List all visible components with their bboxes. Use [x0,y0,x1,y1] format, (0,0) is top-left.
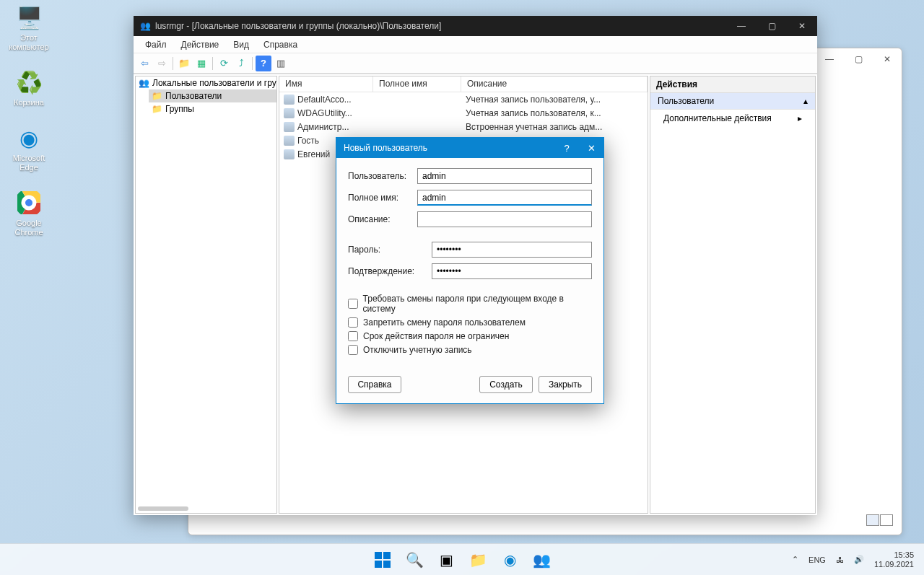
input-confirm[interactable] [432,263,592,279]
tree-users[interactable]: 📁Пользователи [149,89,276,102]
folder-icon: 📁 [152,104,162,114]
check-never-expires[interactable]: Срок действия пароля не ограничен [348,331,592,341]
desktop-icon-pc[interactable]: 🖥️Этоткомпьютер [0,3,58,52]
dialog-help-button[interactable]: ? [554,138,579,158]
dialog-title: Новый пользователь [344,143,427,153]
input-fullname[interactable] [417,190,592,206]
toolbar-extra[interactable]: ▥ [273,56,289,71]
tray-chevron-icon[interactable]: ⌃ [792,555,798,564]
check-require-change[interactable]: Требовать смены пароля при следующем вхо… [348,294,592,314]
close-button[interactable]: Закрыть [539,376,592,393]
desktop-icon-chrome[interactable]: GoogleChrome [0,188,58,237]
explorer-button[interactable]: 📁 [464,546,492,574]
actions-more[interactable]: Дополнительные действия▸ [650,110,815,127]
pc-icon: 🖥️ [14,3,43,32]
menu-help[interactable]: Справка [256,38,305,52]
taskbar: 🔍 ▣ 📁 ◉ 👥 ⌃ ENG 🖧 🔊 15:35 11.09.2021 [0,543,924,575]
menubar: Файл Действие Вид Справка [134,36,817,53]
search-button[interactable]: 🔍 [401,546,428,574]
back-button[interactable]: ⇦ [136,56,152,71]
user-icon [284,122,295,132]
edge-button[interactable]: ◉ [496,546,523,574]
new-user-dialog: Новый пользователь ? ✕ Пользователь: Пол… [336,137,604,404]
svg-rect-7 [383,552,391,559]
action-pane: Действия Пользователи▴ Дополнительные де… [650,76,816,514]
toolbar: ⇦ ⇨ 📁 ▦ ⟳ ⤴ ? ▥ [134,53,817,74]
dialog-footer: Справка Создать Закрыть [336,369,603,403]
user-icon [284,95,295,105]
check-disabled[interactable]: Отключить учетную запись [348,345,592,355]
label-description: Описание: [348,214,417,224]
bg-max-button[interactable]: ▢ [844,49,873,69]
minimize-button[interactable]: — [726,16,757,36]
tree-root[interactable]: 👥Локальные пользователи и гру [136,76,276,89]
app-icon: 👥 [139,20,151,32]
desktop-label: Этоткомпьютер [9,33,48,52]
dialog-body: Пользователь: Полное имя: Описание: Паро… [336,158,603,369]
lusrmgr-button[interactable]: 👥 [528,546,555,574]
scrollbar[interactable] [138,506,188,511]
actions-header: Действия [650,76,815,93]
help-button[interactable]: ? [256,56,271,71]
desktop-label: Корзина [14,98,44,107]
network-icon[interactable]: 🖧 [836,556,844,564]
folder-icon: 📁 [152,91,162,101]
bg-view-toggle[interactable] [866,514,893,526]
volume-icon[interactable]: 🔊 [854,555,864,564]
label-fullname: Полное имя: [348,193,417,203]
help-button[interactable]: Справка [348,376,401,393]
menu-view[interactable]: Вид [226,38,256,52]
window-titlebar[interactable]: 👥 lusrmgr - [Локальные пользователи и гр… [134,16,817,36]
input-user[interactable] [417,168,592,184]
edge-icon: ◉ [14,123,43,152]
col-name[interactable]: Имя [279,76,373,92]
svg-rect-9 [383,561,391,568]
tree-groups[interactable]: 📁Группы [149,102,276,115]
desktop-label: GoogleChrome [14,219,43,237]
label-user: Пользователь: [348,171,417,181]
recycle-icon: ♻️ [14,68,43,97]
menu-action[interactable]: Действие [174,38,227,52]
col-fullname[interactable]: Полное имя [373,76,461,92]
bg-min-button[interactable]: — [815,49,844,69]
input-password[interactable] [432,242,592,258]
up-button[interactable]: 📁 [176,56,192,71]
desktop-icons: 🖥️Этоткомпьютер ♻️Корзина ◉MicrosoftEdge… [0,0,58,253]
properties-button[interactable]: ▦ [193,56,209,71]
input-description[interactable] [417,211,592,227]
table-row[interactable]: Администр...Встроенная учетная запись ад… [279,120,648,133]
label-password: Пароль: [348,245,432,255]
dialog-close-button[interactable]: ✕ [579,138,603,158]
desktop-icon-recycle[interactable]: ♻️Корзина [0,68,58,107]
system-tray: ⌃ ENG 🖧 🔊 15:35 11.09.2021 [792,550,924,569]
create-button[interactable]: Создать [479,376,533,393]
desktop-icon-edge[interactable]: ◉MicrosoftEdge [0,123,58,172]
user-icon [284,136,295,146]
forward-button[interactable]: ⇨ [154,56,170,71]
tree-pane: 👥Локальные пользователи и гру 📁Пользоват… [135,76,277,514]
clock[interactable]: 15:35 11.09.2021 [874,550,914,569]
col-description[interactable]: Описание [461,76,648,92]
refresh-button[interactable]: ⟳ [216,56,232,71]
bg-close-button[interactable]: ✕ [873,49,902,69]
window-title: lusrmgr - [Локальные пользователи и груп… [155,21,441,31]
maximize-button[interactable]: ▢ [757,16,787,36]
language-indicator[interactable]: ENG [808,556,826,564]
close-button[interactable]: ✕ [787,16,817,36]
label-confirm: Подтверждение: [348,266,432,276]
table-row[interactable]: DefaultAcco...Учетная запись пользовател… [279,92,648,106]
users-groups-icon: 👥 [139,78,149,88]
check-cannot-change[interactable]: Запретить смену пароля пользователем [348,317,592,328]
list-header: Имя Полное имя Описание [279,76,648,92]
user-icon [284,149,295,159]
table-row[interactable]: WDAGUtility...Учетная запись пользовател… [279,106,648,120]
collapse-icon: ▴ [803,96,808,106]
taskview-button[interactable]: ▣ [432,546,460,574]
menu-file[interactable]: Файл [138,38,174,52]
svg-rect-6 [375,552,382,559]
export-button[interactable]: ⤴ [233,56,249,71]
taskbar-center: 🔍 ▣ 📁 ◉ 👥 [369,546,555,574]
actions-context[interactable]: Пользователи▴ [650,93,815,110]
start-button[interactable] [369,546,396,574]
dialog-titlebar[interactable]: Новый пользователь ? ✕ [336,138,603,158]
